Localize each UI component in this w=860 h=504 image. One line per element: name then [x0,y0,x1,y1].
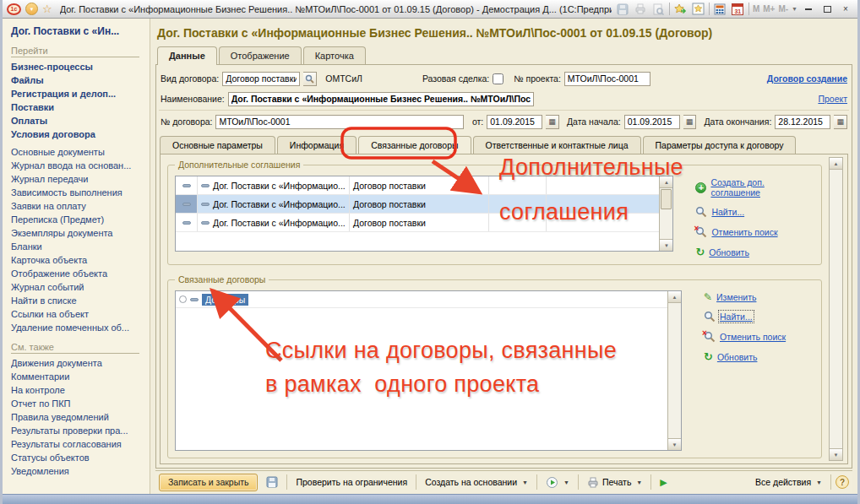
sidebar-item[interactable]: Отчет по ПКП [11,397,148,410]
sidebar-item-payments[interactable]: Оплаты [11,114,148,127]
table-row[interactable]: Дог. Поставки с «Информацио... Договор п… [176,176,659,195]
calendar-icon[interactable]: 31 [731,3,745,16]
sidebar-item[interactable]: Журнал событий [11,280,148,294]
sidebar-item[interactable]: Карточка объекта [11,253,148,267]
favorites-star-icon[interactable]: ☆ [42,3,52,14]
sidebar-item[interactable]: Результаты проверки пра... [11,424,148,437]
panel-scrollbar[interactable]: ▲ ▼ [829,157,843,461]
sidebar-item[interactable]: Журнал передачи [11,172,148,186]
sidebar-item[interactable]: Найти в списке [11,294,148,307]
tab-data[interactable]: Данные [157,46,217,65]
table-row-selected[interactable]: Дог. Поставки с «Информацио... Договор п… [176,195,659,214]
help-button[interactable]: ? [836,475,849,489]
sidebar-item[interactable]: Зависимость выполнения [11,186,148,199]
contract-create-link[interactable]: Договор создание [767,73,847,84]
sidebar-item[interactable]: Заявки на оплату [11,199,148,213]
sidebar-item[interactable]: Статусы объектов [11,451,148,464]
sidebar-item-files[interactable]: Файлы [11,73,148,87]
scroll-up-icon[interactable]: ▲ [668,291,681,303]
cancel-search-link[interactable]: × Отменить поиск [695,226,814,238]
sidebar-item-contract-terms[interactable]: Условия договора [11,127,148,141]
tab-information[interactable]: Информация [277,136,357,154]
create-agreement-link[interactable]: + Создать доп. соглашение [695,177,814,198]
sidebar-item[interactable]: Основные документы [11,145,148,159]
memory-mminus-button[interactable]: M- [778,4,788,14]
memory-m-button[interactable]: M [753,4,759,14]
tab-linked-contracts[interactable]: Связанные договоры [358,136,471,154]
refresh-link[interactable]: ↻ Обновить [695,247,814,257]
contract-type-input[interactable] [222,72,300,86]
tab-access-params[interactable]: Параметры доступа к договору [643,136,797,154]
edit-link[interactable]: ✎ Изменить [704,292,786,302]
save-button[interactable] [262,474,282,491]
project-link[interactable]: Проект [818,94,847,104]
from-calendar-icon[interactable]: ▦ [546,115,559,129]
maximize-button[interactable] [819,3,835,16]
project-num-input[interactable] [564,72,650,86]
sidebar-item[interactable]: Экземпляры документа [11,226,148,240]
scroll-up-icon[interactable]: ▲ [830,158,842,170]
1c-logo-icon[interactable]: 1с [7,3,21,15]
sidebar-item[interactable]: Журнал ввода на основан... [11,159,148,172]
sidebar-item[interactable]: Результаты согласования [11,437,148,451]
from-date-input[interactable] [487,115,542,129]
sidebar-item[interactable]: На контроле [11,383,148,397]
scroll-thumb[interactable] [661,189,672,209]
find-link[interactable]: Найти... [704,311,786,322]
all-actions-button[interactable]: Все действия▼ [751,474,826,491]
show-favorites-icon[interactable] [691,3,705,16]
tab-display[interactable]: Отображение [219,46,302,64]
scroll-down-icon[interactable]: ▼ [660,239,672,251]
tab-main-params[interactable]: Основные параметры [160,136,275,154]
sidebar-item[interactable]: Уведомления [11,464,148,478]
sidebar-item[interactable]: Ссылки на объект [11,307,148,321]
minimize-button[interactable] [801,3,816,16]
contract-type-select-icon[interactable] [303,72,317,86]
start-date-input[interactable] [624,115,680,129]
add-favorite-icon[interactable] [673,3,688,16]
scroll-down-icon[interactable]: ▼ [668,438,681,450]
calculator-icon[interactable] [713,3,727,16]
contract-number-input[interactable] [215,115,463,129]
sidebar-item[interactable]: Движения документа [11,356,148,370]
check-restrictions-button[interactable]: Проверить на ограничения [291,474,411,491]
preview-icon[interactable] [651,3,666,16]
memory-mplus-button[interactable]: M+ [763,4,775,14]
scroll-down-icon[interactable]: ▼ [830,448,842,460]
start-calendar-icon[interactable]: ▦ [683,115,697,129]
cancel-search-link[interactable]: × Отменить поиск [704,331,786,343]
save-icon[interactable] [616,3,630,16]
system-menu-icon[interactable]: ▼ [25,3,38,15]
sidebar-item[interactable]: Переписка (Предмет) [11,213,148,226]
table-row-selected[interactable]: Договоры [176,291,667,308]
end-date-input[interactable] [775,115,830,129]
sidebar-item[interactable]: Удаление помеченных об... [11,321,148,334]
sidebar-item[interactable]: Бланки [11,240,148,253]
titlebar-more-icon[interactable]: ▼ [792,6,797,12]
name-input[interactable] [228,92,534,106]
sidebar-item[interactable]: Комментарии [11,370,148,383]
sidebar-item-deliveries[interactable]: Поставки [11,100,148,114]
go-to-button[interactable]: ▼ [542,474,574,491]
table-row[interactable]: Дог. Поставки с «Информацио... Договор п… [176,214,659,232]
sidebar-item-business-processes[interactable]: Бизнес-процессы [11,60,148,73]
save-and-close-button[interactable]: Записать и закрыть [159,474,258,491]
refresh-link[interactable]: ↻ Обновить [704,351,786,362]
scroll-up-icon[interactable]: ▲ [660,176,672,188]
sidebar-item[interactable]: Правила уведомлений [11,410,148,424]
find-link[interactable]: Найти... [695,206,814,218]
tab-responsible-contacts[interactable]: Ответственные и контактные лица [473,136,641,154]
end-calendar-icon[interactable]: ▦ [834,115,847,129]
linked-scrollbar[interactable]: ▲ ▼ [667,291,681,450]
create-based-on-button[interactable]: Создать на основании▼ [421,474,532,491]
run-button[interactable]: ▶ [656,474,671,491]
sidebar-item[interactable]: Отображение объекта [11,267,148,280]
print-button[interactable]: Печать▼ [583,474,646,491]
one-time-deal-checkbox[interactable] [493,73,503,84]
sidebar-item-registration[interactable]: Регистрация и делоп... [11,87,148,100]
agreements-scrollbar[interactable]: ▲ ▼ [659,176,672,251]
print-icon[interactable] [634,3,648,16]
tab-card[interactable]: Карточка [303,46,366,64]
sidebar-root-item[interactable]: Дог. Поставки с «Ин... [11,25,148,37]
close-button[interactable]: × [838,3,853,16]
